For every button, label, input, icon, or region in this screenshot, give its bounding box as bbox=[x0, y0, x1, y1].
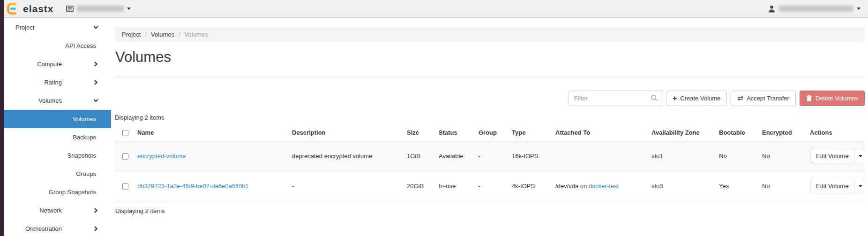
page-title: Volumes bbox=[115, 49, 865, 66]
sidebar-item-api-access[interactable]: API Access bbox=[4, 37, 111, 55]
edit-volume-button[interactable]: Edit Volume bbox=[810, 149, 854, 163]
volume-status: Available bbox=[435, 141, 475, 171]
volume-type: 16k-IOPS bbox=[508, 141, 552, 171]
trash-icon bbox=[806, 95, 812, 102]
user-icon bbox=[768, 5, 775, 13]
delete-volumes-button[interactable]: Delete Volumes bbox=[800, 91, 865, 106]
edit-volume-button[interactable]: Edit Volume bbox=[810, 179, 854, 193]
volumes-table: Name Description Size Status Group Type … bbox=[115, 124, 865, 201]
volume-description: - bbox=[288, 171, 403, 201]
project-switcher[interactable] bbox=[66, 6, 131, 12]
items-count-top: Displaying 2 items bbox=[115, 114, 865, 121]
elastx-logo-icon bbox=[7, 2, 19, 15]
sidebar-accent-strip bbox=[0, 0, 4, 236]
redacted-username bbox=[779, 6, 853, 12]
project-list-icon bbox=[66, 6, 74, 12]
table-row: encrypted-volume deprecated encrypted vo… bbox=[115, 141, 865, 171]
sidebar-item-group-snapshots[interactable]: Group Snapshots bbox=[4, 183, 111, 201]
sidebar-section-rating[interactable]: Rating bbox=[4, 73, 111, 91]
chevron-right-icon bbox=[93, 79, 99, 85]
edit-volume-button-group: Edit Volume bbox=[810, 149, 865, 163]
breadcrumb-separator: / bbox=[179, 31, 180, 38]
sidebar-section-volumes[interactable]: Volumes bbox=[4, 91, 111, 110]
create-volume-label: Create Volume bbox=[680, 95, 720, 102]
sidebar-label: Network bbox=[39, 207, 62, 214]
volume-name-link[interactable]: db329723-1a3e-4fb9-be07-da6e0a5ff0b1 bbox=[137, 183, 249, 190]
table-row: db329723-1a3e-4fb9-be07-da6e0a5ff0b1 - 2… bbox=[115, 171, 865, 201]
row-checkbox[interactable] bbox=[122, 153, 128, 160]
elastx-logo[interactable]: elastx bbox=[7, 2, 54, 15]
volume-group: - bbox=[475, 171, 508, 201]
volume-bootable: Yes bbox=[715, 171, 758, 201]
caret-down-icon bbox=[859, 185, 862, 187]
search-icon[interactable] bbox=[651, 94, 658, 102]
row-checkbox[interactable] bbox=[122, 183, 128, 190]
chevron-down-icon bbox=[93, 24, 99, 30]
volume-encrypted: No bbox=[758, 171, 806, 201]
col-header-availability-zone[interactable]: Availability Zone bbox=[648, 124, 715, 141]
volume-status: In-use bbox=[435, 171, 475, 201]
col-header-size[interactable]: Size bbox=[403, 124, 435, 141]
accept-transfer-button[interactable]: ⇄ Accept Transfer bbox=[731, 91, 796, 106]
sidebar-label: Project bbox=[15, 24, 34, 31]
filter-input[interactable] bbox=[569, 91, 662, 106]
col-header-description: Description bbox=[288, 124, 403, 141]
col-header-attached-to[interactable]: Attached To bbox=[552, 124, 648, 141]
edit-volume-dropdown-toggle[interactable] bbox=[854, 179, 865, 193]
sidebar-item-snapshots[interactable]: Snapshots bbox=[4, 146, 111, 165]
main-content: Project / Volumes / Volumes Volumes + Cr… bbox=[115, 18, 865, 214]
redacted-project-name bbox=[77, 6, 124, 12]
sidebar-label: Orchestration bbox=[25, 225, 62, 232]
accept-transfer-label: Accept Transfer bbox=[747, 95, 789, 102]
col-header-type[interactable]: Type bbox=[508, 124, 552, 141]
volume-size: 20GiB bbox=[403, 171, 435, 201]
breadcrumb-separator: / bbox=[145, 31, 147, 38]
edit-volume-button-group: Edit Volume bbox=[810, 179, 865, 193]
items-count-bottom: Displaying 2 items bbox=[115, 201, 865, 214]
sidebar-section-network[interactable]: Network bbox=[4, 201, 111, 220]
volume-attached-to: /dev/vda on docker-test bbox=[552, 171, 648, 201]
create-volume-button[interactable]: + Create Volume bbox=[666, 91, 727, 106]
attached-instance-link[interactable]: docker-test bbox=[589, 183, 619, 190]
chevron-right-icon bbox=[93, 226, 99, 232]
sidebar-section-orchestration[interactable]: Orchestration bbox=[4, 220, 111, 236]
col-header-status[interactable]: Status bbox=[435, 124, 475, 141]
sidebar-item-backups[interactable]: Backups bbox=[4, 128, 111, 146]
user-menu[interactable] bbox=[768, 5, 861, 13]
table-header-row: Name Description Size Status Group Type … bbox=[115, 124, 865, 141]
breadcrumb-current: Volumes bbox=[185, 31, 208, 38]
breadcrumb-project[interactable]: Project bbox=[122, 31, 141, 38]
volume-encrypted: No bbox=[758, 141, 806, 171]
sidebar-label: Backups bbox=[73, 134, 96, 141]
col-header-actions: Actions bbox=[806, 124, 865, 141]
caret-down-icon bbox=[859, 155, 862, 157]
filter-field-wrap bbox=[569, 91, 662, 106]
sidebar-nav: Project API Access Compute Rating Volume… bbox=[4, 18, 111, 236]
col-header-group[interactable]: Group bbox=[475, 124, 508, 141]
breadcrumb: Project / Volumes / Volumes bbox=[115, 27, 865, 42]
edit-volume-dropdown-toggle[interactable] bbox=[854, 149, 865, 163]
sidebar-label: Compute bbox=[37, 61, 62, 68]
sidebar-label: Rating bbox=[44, 79, 62, 86]
volume-type: 4k-IOPS bbox=[508, 171, 552, 201]
sidebar-item-volumes[interactable]: Volumes bbox=[4, 110, 111, 128]
col-header-name[interactable]: Name bbox=[134, 124, 288, 141]
volume-size: 1GiB bbox=[403, 141, 435, 171]
sidebar-label: Groups bbox=[76, 170, 96, 177]
delete-volumes-label: Delete Volumes bbox=[816, 95, 858, 102]
chevron-down-icon bbox=[93, 98, 99, 104]
sidebar-section-project[interactable]: Project bbox=[4, 18, 111, 37]
select-all-checkbox[interactable] bbox=[122, 130, 128, 136]
table-toolbar: + Create Volume ⇄ Accept Transfer Delete… bbox=[115, 91, 865, 106]
col-header-encrypted[interactable]: Encrypted bbox=[758, 124, 806, 141]
sidebar-section-compute[interactable]: Compute bbox=[4, 55, 111, 73]
breadcrumb-volumes[interactable]: Volumes bbox=[151, 31, 174, 38]
title-divider bbox=[115, 77, 865, 78]
col-header-bootable[interactable]: Bootable bbox=[715, 124, 758, 141]
volume-bootable: No bbox=[715, 141, 758, 171]
sidebar-label: Snapshots bbox=[67, 152, 96, 159]
transfer-arrows-icon: ⇄ bbox=[737, 95, 743, 102]
sidebar-item-groups[interactable]: Groups bbox=[4, 165, 111, 183]
volume-name-link[interactable]: encrypted-volume bbox=[137, 152, 186, 160]
sidebar-label: Volumes bbox=[73, 115, 96, 122]
